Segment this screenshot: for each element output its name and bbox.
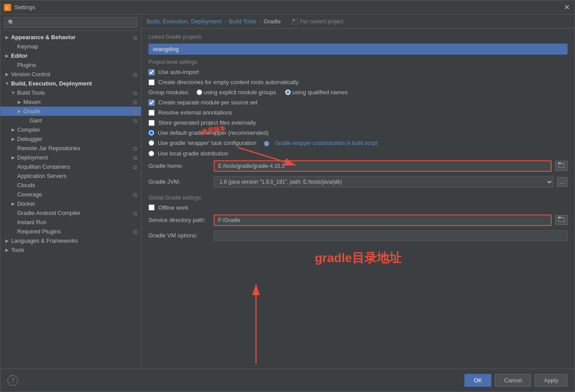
breadcrumb-project-link: For current project: [292, 18, 343, 25]
cancel-button[interactable]: Cancel: [495, 374, 531, 387]
arrow-spacer: [10, 44, 16, 50]
sidebar-item-appearance[interactable]: ▶ Appearance & Behavior ⧉: [0, 33, 141, 42]
breadcrumb-item-1[interactable]: Build, Execution, Deployment: [147, 18, 222, 25]
sidebar-item-label: Plugins: [17, 62, 36, 68]
sidebar-item-arquillian[interactable]: Arquillian Containers ⧉: [0, 162, 141, 171]
svg-rect-8: [558, 218, 564, 222]
sidebar-item-plugins[interactable]: Plugins: [0, 60, 141, 70]
close-button[interactable]: ✕: [562, 3, 571, 12]
gradle-home-input[interactable]: [214, 160, 552, 172]
copy-icon: ⧉: [133, 229, 139, 235]
sidebar-item-version-control[interactable]: ▶ Version Control ⧉: [0, 70, 141, 79]
svg-rect-7: [558, 163, 561, 164]
sidebar-item-label: Maven: [23, 99, 41, 105]
sidebar-item-label: Arquillian Containers: [17, 163, 70, 170]
svg-rect-3: [293, 20, 295, 21]
create-dirs-checkbox[interactable]: [148, 79, 155, 85]
sidebar-item-clouds[interactable]: Clouds: [0, 181, 141, 190]
sidebar-item-compiler[interactable]: ▶ Compiler: [0, 125, 141, 134]
radio-qualified[interactable]: [285, 89, 291, 95]
sidebar-item-label: Compiler: [17, 126, 40, 133]
annotation-area: 使用版本 gradle目录地址: [148, 250, 568, 266]
gradle-jvm-select[interactable]: 1.8 (java version "1.8.0_191", path: E:/…: [214, 176, 553, 188]
sidebar-tree: ▶ Appearance & Behavior ⧉ Keymap ▶ Edito…: [0, 31, 141, 369]
arrow-spacer: [10, 62, 16, 68]
sidebar-item-remote-jar[interactable]: Remote Jar Repositories ⧉: [0, 144, 141, 153]
sidebar-item-keymap[interactable]: Keymap: [0, 42, 141, 51]
sidebar-item-label: Build Tools: [17, 89, 45, 96]
breadcrumb: Build, Execution, Deployment › Build Too…: [141, 15, 575, 29]
radio-local-label: Use local gradle distribution: [158, 150, 228, 157]
apply-button[interactable]: Apply: [534, 374, 568, 387]
arrow-icon: ▶: [4, 71, 10, 78]
sidebar-item-required-plugins[interactable]: Required Plugins ⧉: [0, 227, 141, 236]
group-modules-label: Group modules:: [148, 89, 189, 96]
separate-module-checkbox[interactable]: [148, 100, 155, 106]
auto-import-checkbox[interactable]: [148, 69, 155, 75]
linked-projects-title: Linked Gradle projects: [148, 34, 568, 40]
store-generated-checkbox[interactable]: [148, 120, 155, 126]
sidebar-item-gant[interactable]: Gant ⧉: [0, 116, 141, 125]
copy-icon: ⧉: [133, 164, 139, 170]
radio-qualified-option: using qualified names: [285, 89, 348, 96]
breadcrumb-item-2[interactable]: Build Tools: [229, 18, 256, 25]
sidebar-item-label: Version Control: [11, 71, 50, 78]
sidebar-item-tools[interactable]: ▶ Tools: [0, 245, 141, 255]
store-generated-row: Store generated project files externally: [148, 119, 568, 126]
service-dir-browse-button[interactable]: [555, 215, 568, 225]
sidebar-item-maven[interactable]: ▶ Maven ⧉: [0, 97, 141, 107]
radio-local-gradle[interactable]: [148, 151, 154, 156]
gradle-jvm-label: Gradle JVM:: [148, 178, 210, 185]
sidebar-item-instant-run[interactable]: Instant Run: [0, 218, 141, 227]
sidebar-item-gradle-android[interactable]: Gradle-Android Compiler ⧉: [0, 208, 141, 218]
create-dirs-label: Create directories for empty content roo…: [158, 79, 299, 85]
sidebar-item-label: Application Servers: [17, 173, 67, 179]
sidebar-item-languages[interactable]: ▶ Languages & Frameworks: [0, 236, 141, 245]
copy-icon: ⧉: [133, 145, 139, 152]
global-settings: Offline work Service directory path:: [148, 204, 568, 241]
resolve-annotations-label: Resolve external annotations: [158, 109, 232, 116]
radio-wrapper-task[interactable]: [148, 140, 154, 146]
resolve-annotations-checkbox[interactable]: [148, 110, 155, 116]
gradle-vm-row: Gradle VM options:: [148, 230, 568, 241]
copy-icon: ⧉: [133, 192, 139, 198]
service-dir-input[interactable]: [214, 214, 552, 226]
linked-project-item[interactable]: iwangding: [148, 44, 568, 55]
sidebar-item-debugger[interactable]: ▶ Debugger: [0, 134, 141, 144]
sidebar-item-label: Coverage: [17, 191, 42, 198]
svg-rect-6: [558, 163, 564, 168]
sidebar-item-label: Gant: [30, 117, 42, 124]
arrow-icon: ▶: [4, 53, 10, 59]
copy-icon: ⧉: [133, 34, 139, 41]
service-dir-row: Service directory path:: [148, 214, 568, 226]
sidebar-item-app-servers[interactable]: Application Servers: [0, 171, 141, 181]
gradle-home-browse-button[interactable]: [555, 161, 568, 171]
gradle-vm-input[interactable]: [214, 230, 568, 241]
sidebar-item-build-tools[interactable]: ▼ Build Tools ⧉: [0, 88, 141, 97]
ok-button[interactable]: OK: [464, 374, 491, 387]
settings-window: S Settings ✕ ▶ Appearance & Behavior ⧉ K…: [0, 0, 575, 392]
main-content: ▶ Appearance & Behavior ⧉ Keymap ▶ Edito…: [0, 15, 575, 369]
breadcrumb-current: Gradle: [263, 18, 281, 25]
right-panel: Build, Execution, Deployment › Build Too…: [141, 15, 575, 369]
radio-explicit[interactable]: [197, 89, 202, 95]
arrow-icon: ▶: [10, 201, 16, 207]
radio-explicit-option: using explicit module groups: [197, 89, 276, 96]
help-button[interactable]: ?: [7, 375, 18, 386]
arrow-icon: ▶: [16, 99, 22, 105]
sidebar-item-editor[interactable]: ▶ Editor: [0, 51, 141, 60]
sidebar-item-gradle[interactable]: ▶ Gradle ⧉: [0, 107, 141, 116]
copy-icon: ⧉: [133, 71, 139, 78]
sidebar-item-build-exec[interactable]: ▼ Build, Execution, Deployment: [0, 79, 141, 88]
arrow-icon: ▶: [10, 127, 16, 133]
sidebar-item-deployment[interactable]: ▶ Deployment ⧉: [0, 153, 141, 162]
sidebar-item-coverage[interactable]: Coverage ⧉: [0, 190, 141, 199]
store-generated-label: Store generated project files externally: [158, 119, 256, 126]
radio-wrapper-recommended[interactable]: [148, 130, 154, 136]
copy-icon: ⧉: [133, 90, 139, 96]
gradle-jvm-more-button[interactable]: ...: [557, 177, 568, 187]
breadcrumb-sep-2: ›: [259, 18, 261, 25]
search-input[interactable]: [4, 17, 137, 28]
offline-work-checkbox[interactable]: [148, 204, 155, 211]
sidebar-item-docker[interactable]: ▶ Docker: [0, 199, 141, 208]
